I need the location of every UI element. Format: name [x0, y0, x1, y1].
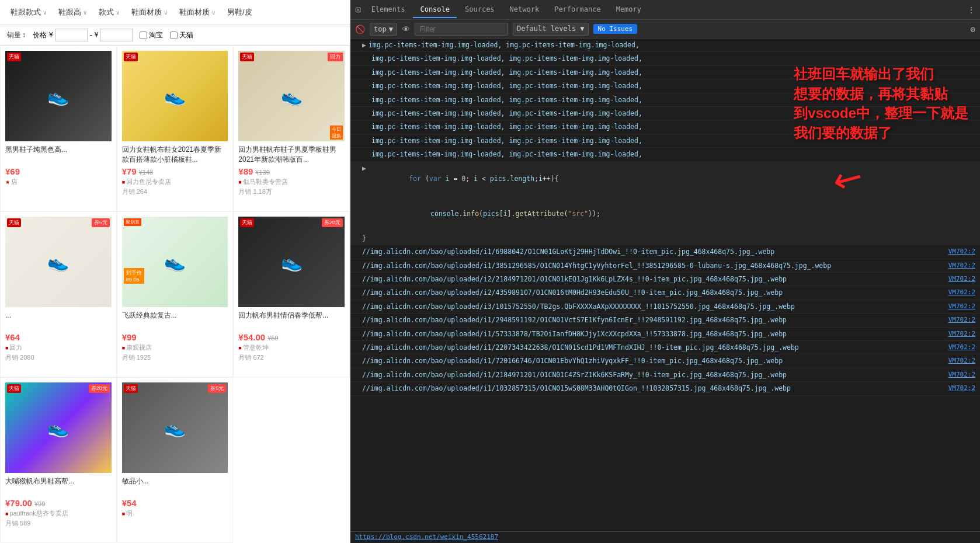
monthly-sales: 月销 1925 [122, 353, 228, 362]
tab-elements[interactable]: Elements [364, 2, 412, 18]
tianmao-checkbox[interactable] [170, 32, 178, 39]
price-new: ¥54.00 [238, 332, 265, 342]
devtools-tab-bar: ⊡ Elements Console Sources Network Perfo… [350, 0, 980, 20]
shop-name: ■ 康观视店 [122, 343, 228, 352]
console-url-line: //img.alicdn.com/bao/uploaded/i3/1015752… [350, 300, 980, 314]
price-max-input[interactable] [100, 29, 133, 41]
filter-label: 男鞋/皮 [227, 7, 252, 18]
tab-network[interactable]: Network [503, 2, 547, 18]
expand-icon[interactable]: ▶ [362, 40, 366, 50]
tab-sources[interactable]: Sources [458, 2, 502, 18]
filter-label: 鞋面材质 [179, 7, 210, 18]
coupon-badge: 券5元 [208, 384, 226, 393]
tianmao-filter[interactable]: 天猫 [170, 30, 193, 40]
console-url: //img.alicdn.com/bao/uploaded/i1/7201667… [362, 356, 944, 366]
console-url: //img.alicdn.com/bao/uploaded/i1/2948591… [362, 315, 944, 325]
product-card[interactable]: 天猫 券20元 👟 大嘴猴帆布男鞋高帮... ¥79.00 ¥99 ■ paul… [0, 377, 117, 543]
console-source-link[interactable]: VM702:2 [948, 383, 975, 394]
filter-style[interactable]: 款式 ∨ [95, 5, 123, 20]
taobao-checkbox[interactable] [140, 32, 147, 39]
context-dropdown-icon: ▼ [389, 25, 393, 33]
product-card[interactable]: 天猫 回力 今日退换 👟 回力男鞋帆布鞋子男夏季板鞋男2021年新款潮韩版百..… [233, 46, 350, 211]
status-bar[interactable]: https://blog.csdn.net/weixin_45562187 [350, 531, 980, 543]
product-card[interactable]: 天猫 👟 回力女鞋帆布鞋女2021春夏季新款百搭薄款小脏橘板鞋... ¥79 ¥… [117, 46, 234, 211]
product-card[interactable]: 天猫 券5元 👟 ... ¥64 ■ 回力 月销 2080 [0, 211, 117, 377]
monthly-sales: 月销 672 [238, 353, 345, 362]
console-source-link[interactable]: VM702:2 [948, 356, 975, 366]
console-for-body: console.info(pics[i].getAttribute("src")… [350, 197, 980, 232]
sort-arrow-icon: ↕ [22, 31, 26, 39]
product-price-row: ¥99 [122, 332, 228, 342]
console-source-link[interactable]: VM702:2 [948, 246, 975, 257]
console-line: ▶ img.pc-items-item-img.img-loaded, img.… [350, 39, 980, 52]
tab-performance[interactable]: Performance [547, 2, 607, 18]
console-source-link[interactable]: VM702:2 [948, 274, 975, 284]
clear-console-icon[interactable]: 🚫 [355, 25, 365, 34]
console-source-link[interactable]: VM702:2 [948, 260, 975, 271]
shoe-image-placeholder: 👟 [16, 396, 100, 460]
shoe-image-placeholder: 👟 [133, 64, 217, 128]
console-source-link[interactable]: VM702:2 [948, 315, 975, 325]
eye-icon[interactable]: 👁 [402, 25, 410, 34]
chevron-down-icon: ∨ [116, 9, 120, 16]
product-card[interactable]: 天猫 👟 黑男鞋子纯黑色高... ¥69 ★店 [0, 46, 117, 211]
console-url-line: //img.alicdn.com/bao/uploaded/i1/6988042… [350, 245, 980, 259]
tab-console[interactable]: Console [413, 2, 457, 18]
monthly-sales: 月销 2080 [5, 353, 112, 362]
product-title: 敏品小... [122, 476, 228, 496]
product-price-row: ¥69 [5, 166, 112, 176]
console-text: img.pc-items-item-img.img-loaded, img.pc… [369, 40, 975, 50]
console-code: for (var i = 0; i < pics.length;i++){ [369, 163, 975, 195]
console-text: img.pc-items-item-img.img-loaded, img.pc… [362, 67, 975, 78]
filter-shoe-heel-height[interactable]: 鞋跟高 ∨ [55, 5, 91, 20]
console-text: img.pc-items-item-img.img-loaded, img.pc… [362, 121, 975, 132]
product-price-row: ¥89 ¥139 [238, 166, 345, 176]
devtools-settings-icon[interactable]: ⚙ [971, 25, 975, 34]
log-level-select[interactable]: Default levels ▼ [513, 23, 589, 36]
console-line: img.pc-items-item-img.img-loaded, img.pc… [350, 93, 980, 107]
filter-shoe-heel-style[interactable]: 鞋跟款式 ∨ [7, 5, 50, 20]
console-line: img.pc-items-item-img.img-loaded, img.pc… [350, 107, 980, 120]
console-source-link[interactable]: VM702:2 [948, 329, 975, 339]
price-min-input[interactable] [55, 29, 88, 41]
monthly-sales: 月销 589 [5, 519, 112, 528]
product-title: ... [5, 311, 112, 330]
console-filter-input[interactable] [415, 23, 508, 36]
filter-bar-1: 鞋跟款式 ∨ 鞋跟高 ∨ 款式 ∨ 鞋面材质 ∨ 鞋面材质 ∨ 男鞋/皮 [0, 0, 350, 25]
product-card[interactable]: 聚划算 到手价89.05 👟 飞跃经典款复古... ¥99 ■ 康观视店 月销 … [117, 211, 234, 377]
chevron-down-icon: ∨ [43, 9, 47, 16]
price-new: ¥69 [5, 166, 20, 176]
products-grid: 天猫 👟 黑男鞋子纯黑色高... ¥69 ★店 天猫 👟 回力女鞋帆布鞋女202… [0, 46, 350, 543]
console-url: //img.alicdn.com/bao/uploaded/i1/1032857… [362, 383, 944, 394]
sort-sales[interactable]: 销量 ↕ [7, 30, 26, 40]
shop-icon: ■ [5, 511, 8, 517]
price-new: ¥89 [238, 166, 253, 176]
filter-mens-leather[interactable]: 男鞋/皮 [224, 5, 256, 20]
devtools-panel: ⊡ Elements Console Sources Network Perfo… [350, 0, 980, 543]
taobao-filter[interactable]: 淘宝 [140, 30, 163, 40]
console-source-link[interactable]: VM702:2 [948, 301, 975, 312]
product-card[interactable]: 天猫 券5元 👟 敏品小... ¥54 ■ 明 [117, 377, 234, 543]
console-output[interactable]: ▶ img.pc-items-item-img.img-loaded, img.… [350, 39, 980, 531]
tab-memory[interactable]: Memory [609, 2, 648, 18]
coupon-badge: 券20元 [322, 218, 343, 227]
console-url-line: //img.alicdn.com/bao/uploaded/i1/2948591… [350, 314, 980, 327]
settings-icon[interactable]: ⋮ [967, 5, 975, 15]
product-price-row: ¥54.00 ¥59 [238, 332, 345, 342]
platform-badge: 天猫 [124, 384, 138, 393]
platform-badge: 天猫 [124, 53, 138, 61]
price-symbol: ¥ [49, 31, 53, 39]
platform-badge: 天猫 [240, 53, 254, 61]
console-source-link[interactable]: VM702:2 [948, 370, 975, 380]
expand-icon[interactable]: ▶ [362, 163, 366, 173]
console-source-link[interactable]: VM702:2 [948, 342, 975, 353]
console-source-link[interactable]: VM702:2 [948, 287, 975, 298]
product-card[interactable]: 天猫 券20元 👟 回力帆布男鞋情侣春季低帮... ¥54.00 ¥59 ■ 管… [233, 211, 350, 377]
console-url: //img.alicdn.com/bao/uploaded/i1/2207343… [362, 342, 944, 353]
filter-upper-material-2[interactable]: 鞋面材质 ∨ [176, 5, 219, 20]
no-issues-label: No Issues [598, 25, 633, 33]
taobao-label: 淘宝 [149, 30, 163, 40]
filter-upper-material[interactable]: 鞋面材质 ∨ [128, 5, 171, 20]
devtools-inspect-icon[interactable]: ⊡ [355, 4, 361, 15]
context-selector[interactable]: top ▼ [370, 23, 397, 36]
